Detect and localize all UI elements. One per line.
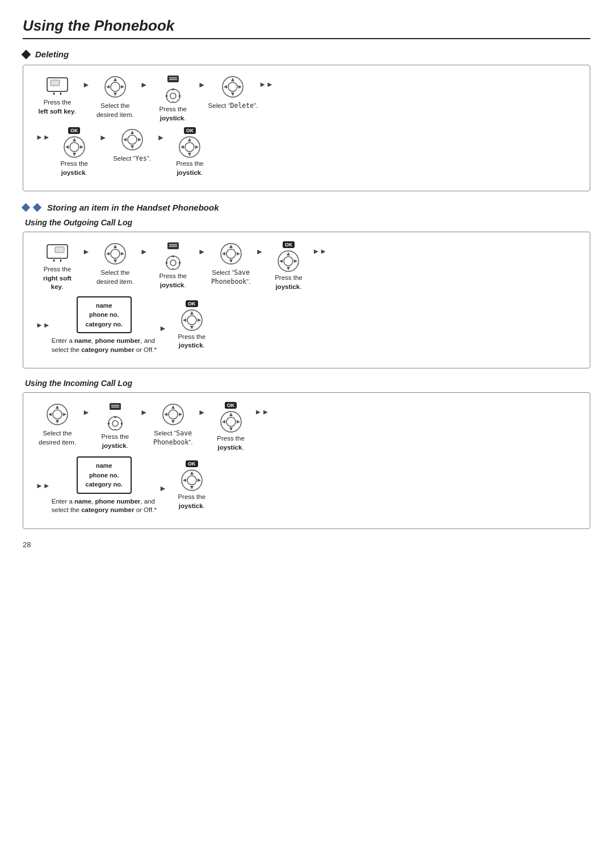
ok-badge6: OK (186, 460, 198, 467)
diamond-icon (22, 49, 31, 59)
ok-badge4: OK (186, 300, 198, 307)
svg-marker-34 (131, 145, 134, 149)
svg-marker-85 (63, 413, 66, 416)
svg-point-108 (187, 476, 196, 485)
ok-badge1: OK (68, 127, 81, 134)
page-number: 28 (23, 540, 590, 549)
storing-title: Storing an item in the Handset Phonebook (23, 203, 590, 212)
step-joystick-select2: Select thedesired item. (93, 241, 138, 286)
ok-joystick-ok1: OK (62, 127, 87, 160)
softkey-right-icon (43, 241, 72, 263)
svg-marker-52 (121, 252, 124, 255)
arrow-dbl6: ►► (35, 481, 52, 490)
step-data-entry1: namephone no.category no. Enter a name, … (52, 296, 157, 355)
svg-marker-71 (287, 267, 290, 270)
svg-marker-67 (237, 252, 240, 255)
svg-point-96 (169, 410, 178, 419)
step-joystick-ok4: OK Press thejoystick. (169, 300, 215, 350)
svg-marker-28 (73, 153, 76, 156)
diamond-blue-icon1 (22, 203, 31, 212)
arrow-dbl4: ►► (35, 321, 52, 329)
svg-point-14 (170, 93, 176, 99)
outgoing-subsection: Using the Outgoing Call Log Press therig (23, 218, 590, 368)
joystick-save-label1: Select “SavePhonebook”. (211, 269, 250, 286)
svg-marker-51 (106, 252, 110, 255)
arrow13: ► (196, 402, 208, 417)
incoming-row2: ►► namephone no.category no. Enter a nam… (35, 456, 578, 515)
step-joystick-select1: Select thedesired item. (93, 74, 138, 119)
data-entry-label2: Enter a name, phone number, andselect th… (52, 497, 157, 515)
svg-marker-72 (279, 259, 283, 263)
softkey-right-label: Press theright softkey. (43, 265, 72, 292)
svg-rect-10 (167, 76, 179, 82)
svg-marker-36 (138, 138, 141, 141)
incoming-box: Select thedesired item. ► (23, 392, 590, 529)
page-title: Using the Phonebook (23, 17, 590, 39)
svg-marker-70 (287, 252, 290, 255)
arrow14: ► (157, 478, 169, 493)
step-joystick-delete: Select “Delete”. (208, 74, 258, 111)
step-joystick-menu2: Press thejoystick. (150, 241, 196, 290)
svg-point-90 (112, 421, 118, 426)
data-entry-box2: namephone no.category no. (77, 456, 132, 494)
joystick-menu-icon2 (161, 241, 186, 270)
svg-marker-110 (190, 486, 194, 489)
joystick-select-label1: Select thedesired item. (96, 102, 134, 119)
svg-marker-103 (229, 413, 233, 416)
svg-marker-73 (294, 259, 297, 263)
joystick-select-icon3 (45, 402, 70, 427)
arrow7: ► (138, 241, 150, 256)
svg-point-13 (166, 89, 180, 103)
step-joystick-menu3: Press thejoystick. (93, 402, 138, 450)
deleting-label: Deleting (35, 49, 69, 59)
step-joystick-ok1: OK Press thejoystick. (52, 127, 97, 177)
svg-marker-106 (237, 420, 240, 423)
svg-point-89 (108, 417, 122, 430)
joystick-ok3-label: Press thejoystick. (275, 274, 303, 291)
svg-marker-104 (229, 427, 233, 431)
arrow3: ► (196, 74, 208, 89)
arrow4: ► (97, 127, 110, 142)
svg-marker-65 (229, 259, 233, 263)
ok-joystick-ok3: OK (276, 241, 301, 274)
joystick-delete-label: Select “Delete”. (208, 102, 258, 111)
deleting-title: Deleting (23, 49, 590, 59)
svg-marker-7 (114, 93, 117, 96)
svg-marker-33 (131, 131, 134, 134)
ok-joystick-ok5: OK (219, 402, 243, 434)
joystick-menu-label3: Press thejoystick. (102, 433, 129, 450)
svg-point-63 (226, 249, 236, 258)
svg-marker-82 (56, 405, 59, 409)
svg-marker-49 (114, 245, 117, 248)
deleting-row2: ►► OK Press thejoystick. ► (35, 127, 578, 177)
joystick-ok4-label: Press thejoystick. (178, 333, 205, 350)
softkey-left-label: Press theleft soft key. (38, 98, 76, 116)
joystick-select-label3: Select thedesired item. (39, 429, 76, 447)
svg-marker-111 (183, 479, 186, 482)
outgoing-row2: ►► namephone no.category no. Enter a nam… (35, 296, 578, 355)
joystick-save-icon1 (219, 241, 243, 266)
joystick-ok1-label: Press thejoystick. (60, 160, 88, 177)
step-data-entry2: namephone no.category no. Enter a name, … (52, 456, 157, 515)
svg-marker-22 (231, 93, 234, 96)
arrow-dbl3: ►► (311, 241, 328, 255)
svg-rect-44 (55, 247, 64, 253)
joystick-yes-label: Select “Yes”. (113, 154, 151, 163)
joystick-delete-icon (220, 74, 245, 99)
arrow10: ► (157, 318, 169, 333)
joystick-menu-label1: Press thejoystick. (159, 105, 187, 123)
svg-point-81 (53, 410, 62, 419)
diamond-blue-icon2 (33, 203, 42, 212)
arrow-dbl2: ►► (35, 127, 52, 141)
joystick-yes-icon (120, 127, 145, 152)
step-softkey-right: Press theright softkey. (35, 241, 80, 292)
deleting-section: Deleting Press theleft soft key. ► (23, 49, 590, 191)
svg-marker-23 (224, 85, 227, 89)
svg-marker-39 (188, 138, 191, 141)
step-joystick-ok3: OK Press thejoystick. (266, 241, 311, 291)
svg-marker-6 (114, 78, 117, 81)
ok-joystick-ok6: OK (179, 460, 204, 493)
svg-marker-64 (229, 245, 233, 248)
step-joystick-save2: Select “SavePhonebook”. (150, 402, 196, 447)
incoming-label: Using the Incoming Call Log (25, 379, 132, 388)
